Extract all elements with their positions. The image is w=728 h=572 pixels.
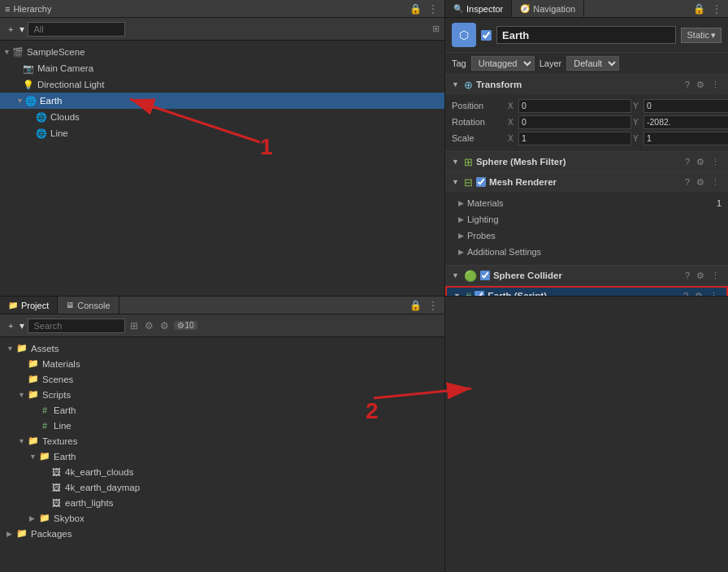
mesh-filter-help[interactable]: ? (683, 157, 691, 167)
project-add-btn[interactable]: + (5, 319, 16, 332)
sphere-collider-settings[interactable]: ⚙ (695, 271, 706, 281)
object-active-checkbox[interactable] (481, 30, 492, 41)
tab-console[interactable]: 🖥 Console (58, 297, 119, 314)
additional-settings-row[interactable]: ▶ Additional Settings (452, 244, 722, 260)
project-toolbar: + ▾ ⊞ ⚙ ⚙ ⚙10 (0, 314, 444, 337)
toolbar-divider: ▾ (20, 24, 24, 35)
hierarchy-lock-icon[interactable]: 🔒 (408, 3, 423, 15)
static-dropdown-btn[interactable]: Static ▾ (681, 28, 722, 43)
lighting-row[interactable]: ▶ Lighting (452, 211, 722, 228)
mesh-filter-name: Sphere (Mesh Filter) (476, 157, 680, 167)
mesh-renderer-settings[interactable]: ⚙ (695, 177, 706, 188)
main-camera-label: Main Camera (37, 63, 93, 73)
packages-label: Packages (31, 529, 72, 539)
camera-icon: 📷 (23, 63, 34, 74)
mesh-filter-settings[interactable]: ⚙ (695, 157, 706, 167)
mesh-renderer-icon: ⊟ (464, 176, 473, 188)
transform-help-icon[interactable]: ? (683, 80, 691, 89)
tab-navigation[interactable]: 🧭 Navigation (512, 0, 584, 17)
hierarchy-more-icon[interactable]: ⋮ (427, 3, 440, 15)
sphere-collider-section: ▼ 🟢 Sphere Collider ? ⚙ ⋮ (445, 266, 728, 286)
project-search-input[interactable] (28, 318, 125, 333)
pos-x-input[interactable] (518, 99, 631, 113)
console-tab-label: Console (77, 301, 110, 310)
sphere-collider-help[interactable]: ? (683, 271, 691, 280)
sphere-collider-toggle: ▼ (452, 271, 459, 280)
scenes-folder-icon: 📁 (28, 374, 39, 384)
clouds-texture-item[interactable]: 🖼 4k_earth_clouds (0, 464, 444, 479)
hierarchy-item-earth[interactable]: ▼ 🌐 Earth (0, 93, 444, 109)
lights-texture-item[interactable]: 🖼 earth_lights (0, 495, 444, 510)
earth-icon: 🌐 (25, 96, 37, 106)
mesh-renderer-header[interactable]: ▼ ⊟ Mesh Renderer ? ⚙ ⋮ (445, 172, 728, 192)
mesh-renderer-help[interactable]: ? (683, 177, 691, 187)
hierarchy-tab: ≡ Hierarchy (5, 4, 52, 14)
line-label: Line (50, 128, 68, 138)
hierarchy-item-clouds[interactable]: 🌐 Clouds (0, 109, 444, 125)
hierarchy-scene[interactable]: ▼ 🎬 SampleScene (0, 44, 444, 60)
earth-texture-folder-item[interactable]: ▼ 📁 Earth (0, 448, 444, 464)
hierarchy-item-directional-light[interactable]: 💡 Directional Light (0, 76, 444, 93)
sphere-collider-header[interactable]: ▼ 🟢 Sphere Collider ? ⚙ ⋮ (445, 266, 728, 285)
inspector-more-icon[interactable]: ⋮ (710, 3, 723, 15)
daymap-texture-item[interactable]: 🖼 4k_earth_daymap (0, 479, 444, 495)
scale-x-input[interactable] (518, 132, 631, 145)
textures-arrow: ▼ (18, 437, 26, 445)
project-lock-icon[interactable]: 🔒 (408, 300, 423, 311)
navigation-tab-label: Navigation (533, 4, 575, 14)
scenes-item[interactable]: 📁 Scenes (0, 371, 444, 387)
transform-more-icon[interactable]: ⋮ (709, 80, 722, 90)
hierarchy-add-btn[interactable]: + (5, 23, 16, 36)
textures-folder-icon: 📁 (28, 436, 39, 446)
rotation-xyz: X Y Z (508, 115, 728, 129)
tab-inspector[interactable]: 🔍 Inspector (445, 0, 512, 17)
probes-row[interactable]: ▶ Probes (452, 228, 722, 244)
inspector-lock-icon[interactable]: 🔒 (691, 3, 707, 15)
object-name-input[interactable] (496, 26, 676, 44)
scale-xyz: X Y Z (508, 132, 728, 145)
mesh-renderer-checkbox[interactable] (476, 177, 486, 187)
assets-root-item[interactable]: ▼ 📁 Assets (0, 340, 444, 356)
tab-project[interactable]: 📁 Project (0, 297, 58, 314)
layer-select[interactable]: Default (566, 56, 619, 71)
scale-y-input[interactable] (644, 132, 728, 145)
packages-item[interactable]: ▶ 📁 Packages (0, 526, 444, 541)
packages-folder-icon: 📁 (16, 528, 28, 539)
inspector-tab-label: Inspector (466, 4, 503, 14)
sphere-collider-more[interactable]: ⋮ (709, 271, 722, 281)
hierarchy-item-main-camera[interactable]: 📷 Main Camera (0, 60, 444, 76)
transform-header[interactable]: ▼ ⊕ Transform ? ⚙ ⋮ (445, 75, 728, 94)
earth-script-item-label: Earth (54, 405, 76, 415)
rotation-row: Rotation X Y (452, 114, 722, 130)
directional-light-label: Directional Light (37, 80, 104, 89)
additional-toggle: ▶ (458, 248, 464, 256)
mesh-filter-more[interactable]: ⋮ (709, 157, 722, 167)
project-filter-icon[interactable]: ⚙ (143, 320, 155, 332)
rot-y-group: Y (633, 115, 728, 129)
rot-x-input[interactable] (518, 115, 631, 129)
rot-y-input[interactable] (644, 115, 728, 129)
inspector-content: ⬡ Static ▾ Tag Untagged (445, 18, 728, 296)
earth-script-header[interactable]: ▼ # Earth (Script) ? ⚙ ⋮ (445, 286, 728, 296)
transform-settings-icon[interactable]: ⚙ (695, 80, 706, 90)
mesh-renderer-body: ▶ Materials 1 ▶ Lighting ▶ Probes (445, 192, 728, 265)
additional-label: Additional Settings (467, 247, 722, 257)
hierarchy-item-line[interactable]: 🌐 Line (0, 125, 444, 141)
hierarchy-search-input[interactable] (28, 22, 125, 37)
skybox-folder-icon: 📁 (39, 513, 50, 523)
tag-select[interactable]: Untagged (471, 56, 535, 71)
skybox-item[interactable]: ▶ 📁 Skybox (0, 510, 444, 526)
mesh-renderer-more[interactable]: ⋮ (709, 177, 722, 188)
transform-section: ▼ ⊕ Transform ? ⚙ ⋮ Position (445, 75, 728, 152)
project-more-icon[interactable]: ⋮ (427, 300, 440, 311)
mesh-filter-header[interactable]: ▼ ⊞ Sphere (Mesh Filter) ? ⚙ ⋮ (445, 152, 728, 171)
materials-item[interactable]: 📁 Materials (0, 356, 444, 371)
transform-toggle-icon: ▼ (452, 80, 459, 89)
mesh-renderer-toggle: ▼ (452, 178, 459, 186)
materials-row[interactable]: ▶ Materials 1 (452, 195, 722, 211)
textures-item[interactable]: ▼ 📁 Textures (0, 433, 444, 448)
sphere-collider-checkbox[interactable] (480, 271, 490, 280)
pos-y-input[interactable] (644, 99, 728, 113)
project-settings-icon[interactable]: ⚙ (158, 320, 171, 332)
probes-toggle: ▶ (458, 232, 464, 240)
